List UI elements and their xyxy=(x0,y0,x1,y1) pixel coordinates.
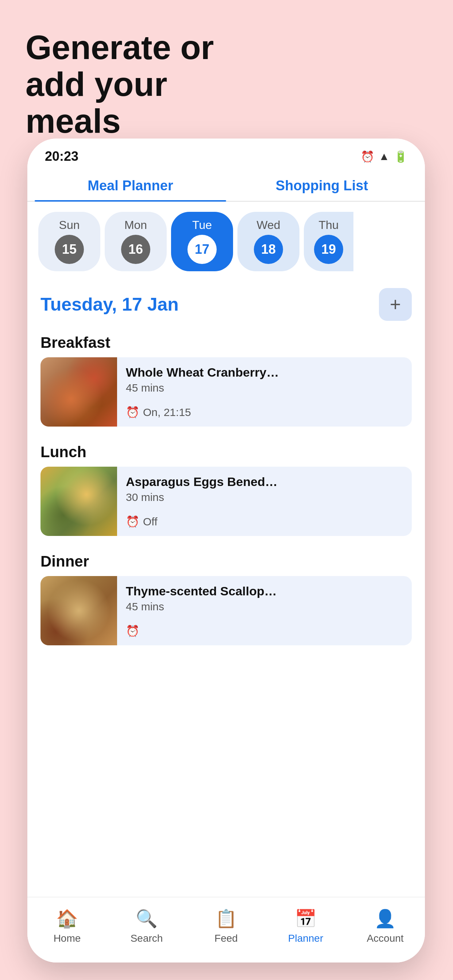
alarm-icon: ⏰ xyxy=(361,150,374,163)
lunch-card[interactable]: Asparagus Eggs Bened… 30 mins ⏰ Off xyxy=(40,467,412,536)
day-name-mon: Mon xyxy=(124,218,147,232)
day-sunday[interactable]: Sun 15 xyxy=(38,212,100,271)
breakfast-reminder-text: On, 21:15 xyxy=(143,406,191,418)
bottom-nav: 🏠 Home 🔍 Search 📋 Feed 📅 Planner 👤 Accou… xyxy=(27,897,425,963)
dinner-section: Dinner Thyme-scented Scallop… 45 mins ⏰ xyxy=(27,546,425,645)
lunch-info: Asparagus Eggs Bened… 30 mins ⏰ Off xyxy=(117,467,412,536)
dinner-label: Dinner xyxy=(40,553,412,570)
nav-home-label: Home xyxy=(54,932,81,944)
status-icons: ⏰ ▲ 🔋 xyxy=(361,150,407,163)
breakfast-image xyxy=(40,357,117,426)
date-header: Tuesday, 17 Jan + xyxy=(27,278,425,328)
lunch-reminder-text: Off xyxy=(143,515,157,528)
nav-account-label: Account xyxy=(367,932,404,944)
day-monday[interactable]: Mon 16 xyxy=(105,212,167,271)
tab-meal-planner[interactable]: Meal Planner xyxy=(35,168,226,201)
status-bar: 20:23 ⏰ ▲ 🔋 xyxy=(27,138,425,168)
nav-feed-label: Feed xyxy=(214,932,238,944)
tab-bar: Meal Planner Shopping List xyxy=(27,168,425,202)
day-thursday[interactable]: Thu 19 xyxy=(304,212,353,271)
nav-search[interactable]: 🔍 Search xyxy=(107,908,187,951)
nav-feed[interactable]: 📋 Feed xyxy=(187,908,266,951)
add-meal-button[interactable]: + xyxy=(379,288,412,321)
dinner-duration: 45 mins xyxy=(126,600,403,613)
day-num-18: 18 xyxy=(254,235,283,264)
tab-shopping-list[interactable]: Shopping List xyxy=(226,168,418,201)
day-name-tue: Tue xyxy=(192,218,212,232)
day-wednesday[interactable]: Wed 18 xyxy=(238,212,300,271)
breakfast-section: Breakfast Whole Wheat Cranberry… 45 mins… xyxy=(27,328,425,426)
planner-icon: 📅 xyxy=(295,908,317,929)
dinner-card[interactable]: Thyme-scented Scallop… 45 mins ⏰ xyxy=(40,576,412,645)
dinner-info: Thyme-scented Scallop… 45 mins ⏰ xyxy=(117,576,412,645)
dinner-name: Thyme-scented Scallop… xyxy=(126,584,403,598)
breakfast-alarm-icon: ⏰ xyxy=(126,406,139,418)
nav-home[interactable]: 🏠 Home xyxy=(27,908,107,951)
status-time: 20:23 xyxy=(45,149,78,164)
phone-frame: 20:23 ⏰ ▲ 🔋 Meal Planner Shopping List S… xyxy=(27,138,425,963)
dinner-alarm-icon: ⏰ xyxy=(126,625,139,637)
breakfast-label: Breakfast xyxy=(40,334,412,352)
home-icon: 🏠 xyxy=(56,908,78,929)
breakfast-reminder: ⏰ On, 21:15 xyxy=(126,406,403,418)
nav-search-label: Search xyxy=(131,932,163,944)
dinner-reminder: ⏰ xyxy=(126,625,403,637)
day-tuesday[interactable]: Tue 17 xyxy=(171,212,233,271)
wifi-icon: ▲ xyxy=(379,150,389,162)
day-name-thu: Thu xyxy=(318,218,338,232)
lunch-name: Asparagus Eggs Bened… xyxy=(126,475,403,489)
day-num-17: 17 xyxy=(187,235,217,264)
day-name-sun: Sun xyxy=(59,218,80,232)
day-num-16: 16 xyxy=(121,235,150,264)
nav-planner-label: Planner xyxy=(288,932,324,944)
nav-planner[interactable]: 📅 Planner xyxy=(266,908,345,951)
day-name-wed: Wed xyxy=(257,218,280,232)
lunch-reminder: ⏰ Off xyxy=(126,515,403,528)
day-num-15: 15 xyxy=(55,235,84,264)
breakfast-card[interactable]: Whole Wheat Cranberry… 45 mins ⏰ On, 21:… xyxy=(40,357,412,426)
lunch-image xyxy=(40,467,117,536)
day-num-19: 19 xyxy=(314,235,343,264)
day-selector: Sun 15 Mon 16 Tue 17 Wed 18 Thu 19 xyxy=(27,202,425,278)
nav-account[interactable]: 👤 Account xyxy=(345,908,425,951)
breakfast-name: Whole Wheat Cranberry… xyxy=(126,365,403,380)
lunch-section: Lunch Asparagus Eggs Bened… 30 mins ⏰ Of… xyxy=(27,437,425,536)
breakfast-duration: 45 mins xyxy=(126,382,403,394)
battery-icon: 🔋 xyxy=(394,150,407,163)
lunch-duration: 30 mins xyxy=(126,491,403,503)
account-icon: 👤 xyxy=(374,908,396,929)
scroll-area[interactable]: 20:23 ⏰ ▲ 🔋 Meal Planner Shopping List S… xyxy=(27,138,425,897)
breakfast-info: Whole Wheat Cranberry… 45 mins ⏰ On, 21:… xyxy=(117,357,412,426)
search-icon: 🔍 xyxy=(136,908,158,929)
dinner-image xyxy=(40,576,117,645)
selected-date: Tuesday, 17 Jan xyxy=(40,294,179,315)
feed-icon: 📋 xyxy=(215,908,237,929)
lunch-label: Lunch xyxy=(40,443,412,461)
hero-title: Generate or add your meals xyxy=(26,29,244,140)
lunch-alarm-icon: ⏰ xyxy=(126,515,139,528)
